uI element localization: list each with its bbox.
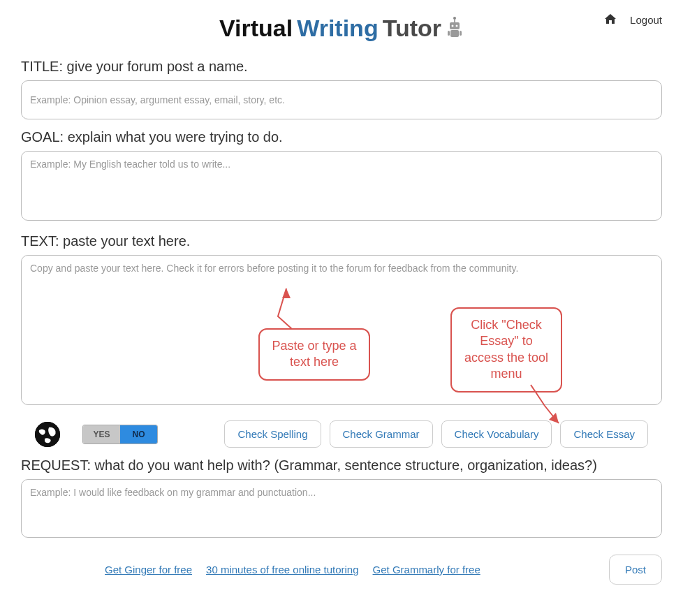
svg-point-10 bbox=[35, 422, 60, 447]
svg-rect-2 bbox=[450, 22, 460, 29]
svg-rect-6 bbox=[448, 31, 450, 36]
title-label: TITLE: give your forum post a name. bbox=[21, 59, 662, 75]
nav-right: Logout bbox=[605, 14, 662, 26]
svg-point-3 bbox=[452, 25, 454, 27]
robot-icon bbox=[446, 16, 464, 40]
request-label: REQUEST: what do you want help with? (Gr… bbox=[21, 457, 662, 474]
callout-paste-text: Paste or type a text here bbox=[258, 328, 370, 381]
title-input[interactable] bbox=[21, 80, 662, 119]
goal-label: GOAL: explain what you were trying to do… bbox=[21, 129, 662, 145]
toggle-no[interactable]: NO bbox=[120, 425, 157, 443]
logout-link[interactable]: Logout bbox=[630, 14, 662, 26]
yes-no-toggle[interactable]: YES NO bbox=[82, 425, 158, 444]
link-grammarly[interactable]: Get Grammarly for free bbox=[373, 564, 480, 575]
logo-word-2: Writing bbox=[297, 16, 378, 40]
globe-icon[interactable] bbox=[35, 422, 60, 447]
request-input[interactable] bbox=[21, 479, 662, 538]
svg-marker-8 bbox=[282, 288, 291, 298]
header: Virtual Writing Tutor Logout bbox=[21, 7, 662, 49]
link-tutoring[interactable]: 30 minutes of free online tutoring bbox=[206, 564, 358, 575]
check-spelling-button[interactable]: Check Spelling bbox=[224, 420, 321, 448]
footer: Get Ginger for free 30 minutes of free o… bbox=[21, 555, 662, 585]
callout-tail-icon bbox=[272, 288, 293, 330]
logo-word-3: Tutor bbox=[383, 16, 441, 40]
link-ginger[interactable]: Get Ginger for free bbox=[105, 564, 192, 575]
goal-input[interactable] bbox=[21, 151, 662, 221]
svg-point-4 bbox=[456, 25, 458, 27]
text-label: TEXT: paste your text here. bbox=[21, 233, 662, 249]
check-grammar-button[interactable]: Check Grammar bbox=[330, 420, 433, 448]
toolbar: YES NO Check Spelling Check Grammar Chec… bbox=[21, 420, 662, 448]
callout-tail-icon bbox=[524, 385, 545, 427]
svg-rect-5 bbox=[450, 30, 459, 37]
logo-word-1: Virtual bbox=[219, 16, 293, 40]
site-logo[interactable]: Virtual Writing Tutor bbox=[219, 16, 464, 40]
svg-point-0 bbox=[453, 17, 456, 20]
svg-rect-7 bbox=[460, 31, 462, 36]
home-icon[interactable] bbox=[605, 14, 616, 26]
callout-check-essay: Click "Check Essay" to access the tool m… bbox=[450, 307, 562, 393]
post-button[interactable]: Post bbox=[609, 555, 662, 585]
toggle-yes[interactable]: YES bbox=[83, 425, 120, 443]
check-essay-button[interactable]: Check Essay bbox=[560, 420, 648, 448]
